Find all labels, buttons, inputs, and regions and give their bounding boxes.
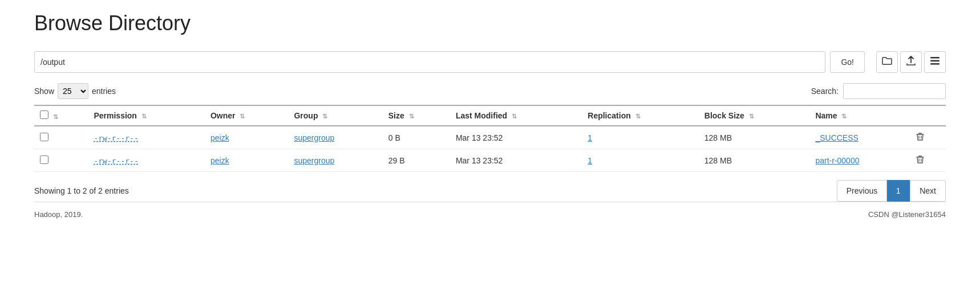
path-input[interactable] <box>34 51 825 73</box>
col-name-label: Name <box>815 111 837 120</box>
delete-icon-1[interactable] <box>916 156 924 166</box>
sort-icon-name: ⇅ <box>841 113 847 120</box>
col-group-label: Group <box>294 111 318 120</box>
showing-text: Showing 1 to 2 of 2 entries <box>34 186 129 195</box>
row-permission-0: -rw-r--r-- <box>88 126 205 149</box>
show-entries: Show 10 25 50 100 entries <box>34 83 116 99</box>
previous-button[interactable]: Previous <box>837 180 887 202</box>
pagination: Previous 1 Next <box>837 180 946 202</box>
sort-icon-checkbox[interactable]: ⇅ <box>53 113 58 121</box>
svg-rect-0 <box>930 57 939 59</box>
col-size[interactable]: Size ⇅ <box>383 105 450 126</box>
replication-link-1[interactable]: 1 <box>588 156 592 165</box>
col-group[interactable]: Group ⇅ <box>288 105 382 126</box>
row-delete-1 <box>910 149 946 172</box>
icon-buttons <box>876 51 946 73</box>
entries-label: entries <box>92 87 116 96</box>
row-owner-1: peizk <box>205 149 288 172</box>
name-link-0[interactable]: _SUCCESS <box>815 133 858 142</box>
table-row: -rw-r--r-- peizk supergroup 0 B Mar 13 2… <box>34 126 946 149</box>
list-icon <box>930 57 939 67</box>
footer-left: Hadoop, 2019. <box>34 210 83 219</box>
row-name-0: _SUCCESS <box>809 126 910 149</box>
col-last-modified[interactable]: Last Modified ⇅ <box>450 105 582 126</box>
row-last-modified-0: Mar 13 23:52 <box>450 126 582 149</box>
search-label: Search: <box>811 87 839 96</box>
table-controls: Show 10 25 50 100 entries Search: <box>34 83 946 99</box>
group-link-0[interactable]: supergroup <box>294 133 334 142</box>
page-title: Browse Directory <box>34 11 946 35</box>
col-name[interactable]: Name ⇅ <box>809 105 910 126</box>
directory-table: ⇅ Permission ⇅ Owner ⇅ Group ⇅ Size ⇅ <box>34 105 946 172</box>
row-replication-0: 1 <box>582 126 699 149</box>
folder-icon-button[interactable] <box>876 51 898 73</box>
col-owner-label: Owner <box>210 111 236 120</box>
col-permission-label: Permission <box>94 111 136 120</box>
upload-icon-button[interactable] <box>900 51 922 73</box>
row-select-0[interactable] <box>40 133 48 141</box>
list-icon-button[interactable] <box>924 51 946 73</box>
footer-right: CSDN @Listener31654 <box>868 210 946 219</box>
folder-icon <box>882 56 892 68</box>
row-group-0: supergroup <box>288 126 382 149</box>
table-footer: Showing 1 to 2 of 2 entries Previous 1 N… <box>34 180 946 202</box>
sort-icon-replication: ⇅ <box>635 113 641 120</box>
svg-rect-1 <box>930 60 939 62</box>
search-box: Search: <box>811 83 946 99</box>
row-name-1: part-r-00000 <box>809 149 910 172</box>
col-size-label: Size <box>388 111 404 120</box>
table-row: -rw-r--r-- peizk supergroup 29 B Mar 13 … <box>34 149 946 172</box>
row-block-size-0: 128 MB <box>699 126 810 149</box>
sort-icon-last-modified: ⇅ <box>512 113 517 120</box>
col-replication-label: Replication <box>588 111 630 120</box>
owner-link-0[interactable]: peizk <box>210 133 229 142</box>
row-delete-0 <box>910 126 946 149</box>
permission-link-1[interactable]: -rw-r--r-- <box>94 157 138 165</box>
col-permission[interactable]: Permission ⇅ <box>88 105 205 126</box>
sort-icon-group: ⇅ <box>322 113 327 120</box>
row-block-size-1: 128 MB <box>699 149 810 172</box>
col-block-size[interactable]: Block Size ⇅ <box>699 105 810 126</box>
row-checkbox-1 <box>34 149 88 172</box>
show-label: Show <box>34 87 54 96</box>
search-input[interactable] <box>843 83 946 99</box>
permission-link-0[interactable]: -rw-r--r-- <box>94 134 138 142</box>
owner-link-1[interactable]: peizk <box>210 156 229 165</box>
svg-rect-2 <box>930 63 939 65</box>
page-1-button[interactable]: 1 <box>887 180 910 202</box>
col-actions <box>910 105 946 126</box>
row-checkbox-0 <box>34 126 88 149</box>
upload-icon <box>906 56 916 68</box>
path-bar: Go! <box>34 51 946 73</box>
select-all-checkbox[interactable] <box>40 110 48 119</box>
col-replication[interactable]: Replication ⇅ <box>582 105 699 126</box>
sort-icon-permission: ⇅ <box>141 113 147 120</box>
row-permission-1: -rw-r--r-- <box>88 149 205 172</box>
col-last-modified-label: Last Modified <box>456 111 507 120</box>
sort-icon-size: ⇅ <box>409 113 414 120</box>
name-link-1[interactable]: part-r-00000 <box>815 156 859 165</box>
row-last-modified-1: Mar 13 23:52 <box>450 149 582 172</box>
sort-icon-owner: ⇅ <box>240 113 245 120</box>
row-size-0: 0 B <box>383 126 450 149</box>
entries-select[interactable]: 10 25 50 100 <box>58 83 88 99</box>
table-header-row: ⇅ Permission ⇅ Owner ⇅ Group ⇅ Size ⇅ <box>34 105 946 126</box>
row-size-1: 29 B <box>383 149 450 172</box>
col-block-size-label: Block Size <box>704 111 744 120</box>
checkbox-header: ⇅ <box>34 105 88 126</box>
next-button[interactable]: Next <box>910 180 946 202</box>
col-owner[interactable]: Owner ⇅ <box>205 105 288 126</box>
delete-icon-0[interactable] <box>916 133 924 143</box>
row-select-1[interactable] <box>40 155 48 164</box>
sort-icon-block-size: ⇅ <box>749 113 754 120</box>
replication-link-0[interactable]: 1 <box>588 133 592 142</box>
go-button[interactable]: Go! <box>830 51 865 73</box>
row-group-1: supergroup <box>288 149 382 172</box>
row-replication-1: 1 <box>582 149 699 172</box>
row-owner-0: peizk <box>205 126 288 149</box>
group-link-1[interactable]: supergroup <box>294 156 334 165</box>
